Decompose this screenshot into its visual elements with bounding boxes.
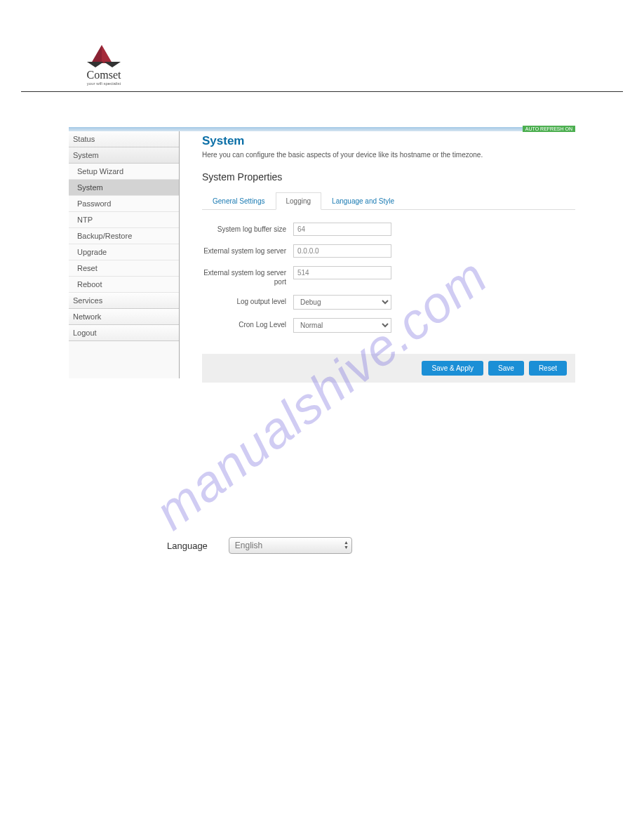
save-button[interactable]: Save [488,361,524,376]
brand-logo: Comset your wifi specialist [76,42,132,86]
language-label: Language [167,541,208,551]
nav-ntp[interactable]: NTP [69,212,179,228]
nav-logout[interactable]: Logout [69,325,179,341]
section-title: System Properties [202,171,575,183]
nav-services[interactable]: Services [69,293,179,309]
brand-name: Comset [87,69,121,81]
nav-system[interactable]: System [69,147,179,164]
brand-tagline: your wifi specialist [87,81,121,86]
nav-system-sub[interactable]: System [69,180,179,196]
log-server-label: External system log server [202,244,293,256]
nav-network[interactable]: Network [69,309,179,325]
nav-upgrade[interactable]: Upgrade [69,244,179,260]
nav-setup-wizard[interactable]: Setup Wizard [69,164,179,180]
nav-reboot[interactable]: Reboot [69,277,179,293]
main-content: System Here you can configure the basic … [180,131,575,383]
log-server-input[interactable] [293,244,391,258]
cron-log-level-label: Cron Log Level [202,318,293,329]
header-divider [21,91,623,92]
language-block: Language English ▲▼ [69,383,575,554]
nav-status[interactable]: Status [69,131,179,147]
stepper-icon: ▲▼ [344,540,349,550]
nav-password[interactable]: Password [69,196,179,212]
page-subtitle: Here you can configure the basic aspects… [202,151,575,159]
cron-log-level-select[interactable]: Normal [293,318,391,333]
logo-icon [86,42,122,67]
page-title: System [202,134,575,148]
brand-header: Comset your wifi specialist [0,0,644,86]
log-output-level-label: Log output level [202,295,293,306]
nav-backup-restore[interactable]: Backup/Restore [69,228,179,244]
log-output-level-select[interactable]: Debug [293,295,391,310]
tabs: General Settings Logging Language and St… [202,192,575,210]
sidebar: Status System Setup Wizard System Passwo… [69,131,180,378]
tab-logging[interactable]: Logging [276,192,322,210]
tab-language-style[interactable]: Language and Style [321,192,405,210]
tab-general-settings[interactable]: General Settings [202,192,276,210]
buffer-size-input[interactable] [293,223,391,236]
save-apply-button[interactable]: Save & Apply [422,361,483,376]
language-select[interactable]: English ▲▼ [229,537,352,554]
buffer-size-label: System log buffer size [202,223,293,234]
log-server-port-input[interactable] [293,266,391,279]
action-bar: Save & Apply Save Reset [202,354,575,383]
log-server-port-label: External system log server port [202,266,293,286]
reset-button[interactable]: Reset [529,361,567,376]
language-select-value: English [235,541,262,550]
nav-reset[interactable]: Reset [69,260,179,277]
